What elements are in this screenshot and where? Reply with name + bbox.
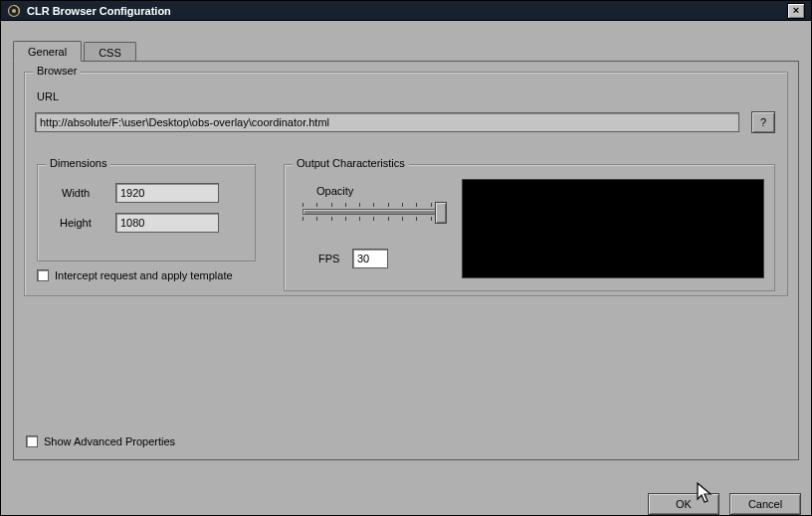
preview-area — [462, 179, 764, 278]
intercept-label: Intercept request and apply template — [55, 269, 233, 281]
opacity-label: Opacity — [316, 185, 353, 197]
height-label: Height — [60, 217, 92, 229]
group-browser-legend: Browser — [33, 65, 81, 77]
show-advanced-label: Show Advanced Properties — [44, 435, 175, 447]
group-browser: Browser URL ? Dimensions Width Height In… — [24, 72, 788, 296]
window-title: CLR Browser Configuration — [27, 5, 171, 17]
tabstrip: General CSS — [13, 39, 799, 61]
checkbox-box — [37, 269, 49, 281]
fps-input[interactable] — [352, 249, 388, 268]
url-label: URL — [37, 90, 59, 102]
group-dimensions-legend: Dimensions — [46, 157, 110, 169]
intercept-checkbox[interactable]: Intercept request and apply template — [37, 269, 233, 281]
group-output-characteristics: Output Characteristics Opacity F — [284, 164, 775, 291]
height-input[interactable] — [115, 213, 219, 233]
url-input[interactable] — [35, 112, 739, 132]
tabpage-general: Browser URL ? Dimensions Width Height In… — [13, 61, 799, 460]
cancel-button[interactable]: Cancel — [729, 493, 801, 515]
tab-css[interactable]: CSS — [84, 42, 136, 62]
opacity-slider-thumb[interactable] — [435, 202, 447, 224]
opacity-slider[interactable] — [303, 203, 446, 221]
titlebar: CLR Browser Configuration × — [1, 1, 811, 21]
url-help-button[interactable]: ? — [751, 111, 775, 133]
dialog-clr-browser-configuration: CLR Browser Configuration × General CSS … — [0, 0, 812, 516]
width-input[interactable] — [115, 183, 219, 203]
group-output-legend: Output Characteristics — [293, 157, 409, 169]
width-label: Width — [62, 187, 90, 199]
checkbox-box — [26, 435, 38, 447]
svg-point-1 — [12, 9, 16, 13]
app-icon — [7, 4, 21, 18]
ok-button[interactable]: OK — [648, 493, 719, 515]
show-advanced-checkbox[interactable]: Show Advanced Properties — [26, 435, 175, 447]
client-area: General CSS Browser URL ? Dimensions Wid… — [1, 21, 811, 515]
group-dimensions: Dimensions Width Height — [37, 164, 256, 261]
tab-general[interactable]: General — [13, 41, 82, 62]
close-icon[interactable]: × — [787, 3, 805, 19]
fps-label: FPS — [318, 253, 339, 264]
